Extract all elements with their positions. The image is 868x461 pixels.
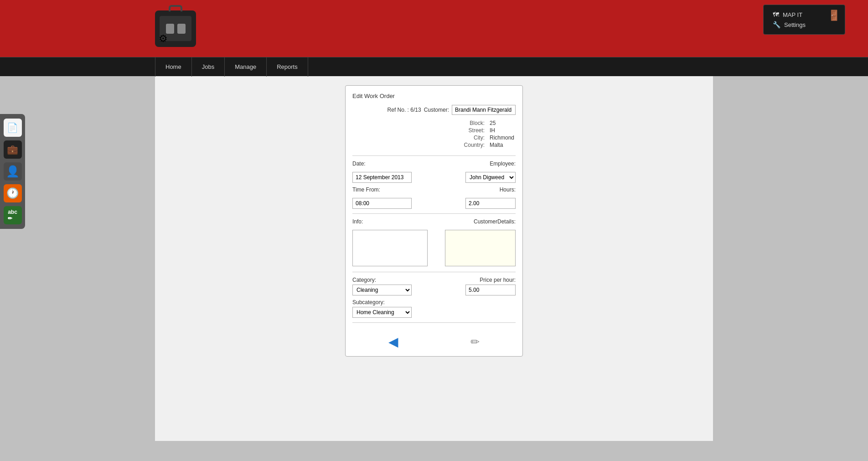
hours-label: Hours: [434,186,516,193]
content-area: Edit Work Order Ref No. : 6/13 Customer:… [155,76,713,441]
subcategory-label: Subcategory: [352,299,516,306]
divider-1 [352,155,516,156]
save-button[interactable]: ✏ [470,336,480,348]
subcategory-dropdown[interactable]: Home CleaningOffice CleaningDeep Clean [352,307,412,318]
person-icon: 👤 [6,165,20,178]
edit-work-order-panel: Edit Work Order Ref No. : 6/13 Customer:… [345,85,523,357]
notes-icon: 📄 [7,122,18,133]
block-label: Block: [463,119,486,127]
logo-briefcase: ⚙ [155,10,196,47]
info-textarea[interactable] [352,230,428,266]
nav-manage[interactable]: Manage [225,57,267,77]
country-label: Country: [463,141,486,149]
date-input[interactable] [352,172,412,183]
action-bar: ◀ ✏ [352,330,516,349]
briefcase-icon: 💼 [7,144,18,155]
info-customerdetails-row [352,230,516,266]
date-label: Date: [352,161,434,167]
nav-home[interactable]: Home [155,57,192,77]
customer-label: Customer: [424,107,449,113]
map-icon: 🗺 [773,11,779,18]
category-dropdown[interactable]: CleaningRepairInstallation [352,285,412,295]
map-it-label: MAP IT [783,11,802,18]
customer-input[interactable] [452,105,516,115]
date-employee-inputs: John DigweedJane SmithBob Jones [352,172,516,183]
map-it-item[interactable]: 🗺 MAP IT [773,10,836,20]
header: ⚙ 🗺 MAP IT 🔧 Settings 🚪 [0,0,868,57]
price-per-hour-label: Price per hour: [434,277,516,283]
time-hours-labels: Time From: Hours: [352,186,516,194]
customer-details-label: CustomerDetails: [434,218,516,225]
back-button[interactable]: ◀ [388,334,398,349]
customer-details-box [445,230,516,266]
top-right-panel: 🗺 MAP IT 🔧 Settings 🚪 [763,5,845,35]
divider-4 [352,322,516,323]
category-label: Category: [352,277,434,283]
nav-reports[interactable]: Reports [267,57,308,77]
street-label: Street: [463,127,486,134]
sidebar-icon-person[interactable]: 👤 [4,162,22,181]
time-from-input[interactable] [352,198,412,209]
sidebar-icon-briefcase[interactable]: 💼 [4,140,22,159]
back-arrow-icon: ◀ [388,335,398,349]
sidebar-icon-clock[interactable]: 🕐 [4,184,22,202]
clock-icon: 🕐 [6,187,19,199]
info-customerdetails-labels: Info: CustomerDetails: [352,218,516,226]
abc-icon: abc✏ [8,209,17,222]
city-label: City: [463,134,486,141]
time-from-label: Time From: [352,186,434,193]
hours-input[interactable] [465,198,516,209]
employee-dropdown[interactable]: John DigweedJane SmithBob Jones [465,172,516,183]
city-value: Richmond [486,134,516,141]
category-price-inputs: CleaningRepairInstallation [352,285,516,295]
sidebar-icon-notes[interactable]: 📄 [4,119,22,137]
briefcase-clasp-left [166,24,174,34]
ref-label: Ref No. : 6/13 [388,107,421,113]
form-title: Edit Work Order [352,93,516,99]
ref-customer-row: Ref No. : 6/13 Customer: [352,105,516,115]
block-value: 25 [486,119,516,127]
logout-icon[interactable]: 🚪 [828,10,840,21]
logo-area: ⚙ [155,10,196,47]
time-hours-inputs [352,198,516,209]
settings-label: Settings [784,21,806,28]
settings-icon: 🔧 [773,21,780,28]
save-pencil-icon: ✏ [470,336,480,348]
date-employee-labels: Date: Employee: [352,161,516,168]
divider-2 [352,213,516,214]
category-price-labels: Category: Price per hour: [352,277,516,285]
price-per-hour-input[interactable] [465,285,516,295]
left-sidebar: 📄 💼 👤 🕐 abc✏ [0,114,25,229]
info-label: Info: [352,218,434,225]
country-value: Malta [486,141,516,149]
address-block: Block: 25 Street: IH City: Richmond Coun… [352,119,516,149]
settings-item[interactable]: 🔧 Settings [773,20,836,30]
nav-jobs[interactable]: Jobs [192,57,225,77]
navbar: Home Jobs Manage Reports [0,57,868,76]
briefcase-handle [169,5,182,11]
gear-logo-icon: ⚙ [159,33,168,45]
briefcase-clasp-right [177,24,186,34]
street-value: IH [486,127,516,134]
employee-label: Employee: [434,161,516,167]
divider-3 [352,272,516,272]
sidebar-icon-abc[interactable]: abc✏ [4,206,22,224]
